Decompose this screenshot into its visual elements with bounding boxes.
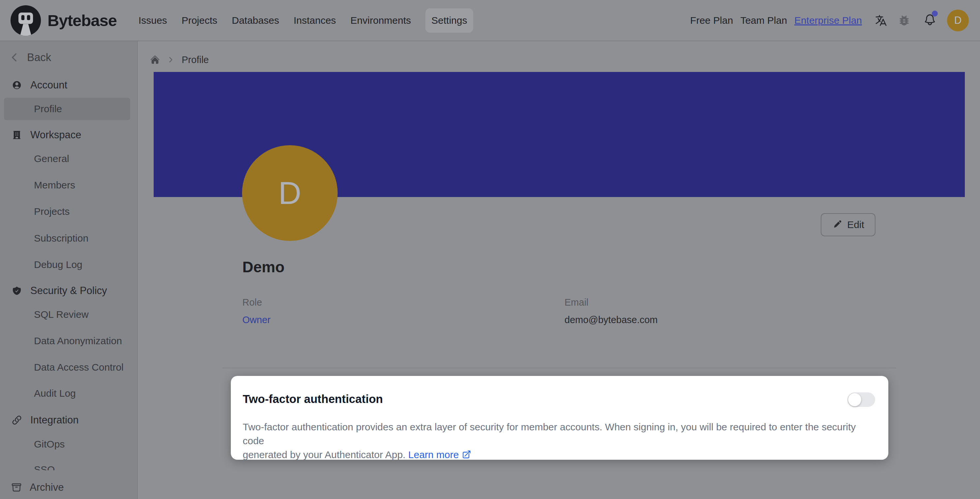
nav-tabs: Issues Projects Databases Instances Envi… [138, 8, 473, 33]
sidebar-item-label: Profile [34, 103, 62, 115]
email-value: demo@bytebase.com [565, 314, 658, 325]
sidebar-item-label: Data Anonymization [34, 335, 122, 346]
user-circle-icon [12, 80, 22, 90]
two-factor-toggle[interactable] [848, 392, 875, 407]
enterprise-plan-link[interactable]: Enterprise Plan [794, 15, 862, 26]
sidebar-item-members[interactable]: Members [0, 174, 137, 196]
user-avatar-menu[interactable]: D [947, 10, 969, 31]
sidebar-section-label: Workspace [30, 129, 81, 141]
sidebar-item-sso[interactable]: SSO [0, 458, 137, 470]
sidebar-item-profile[interactable]: Profile [4, 98, 130, 120]
chevron-right-icon [167, 56, 175, 63]
nav-right-cluster: Free Plan Team Plan Enterprise Plan D [690, 10, 969, 31]
sidebar-item-label: Members [34, 180, 75, 191]
sidebar-section-label: Security & Policy [30, 285, 107, 297]
two-factor-title: Two-factor authentication [243, 392, 383, 406]
bytebase-settings-screen: Bytebase Issues Projects Databases Insta… [0, 0, 980, 499]
sidebar-item-audit-log[interactable]: Audit Log [0, 382, 137, 405]
profile-name: Demo [242, 258, 285, 276]
sidebar-item-gitops[interactable]: GitOps [0, 433, 137, 456]
profile-field-role: Role Owner [242, 297, 270, 325]
sidebar-item-label: Audit Log [34, 388, 76, 399]
archive-icon [11, 482, 22, 493]
sidebar-section-label: Account [30, 79, 67, 91]
top-nav: Bytebase Issues Projects Databases Insta… [0, 0, 980, 41]
sidebar-section-label: Integration [30, 414, 79, 426]
field-label: Role [242, 297, 270, 308]
sidebar-item-label: GitOps [34, 438, 65, 450]
logo-wordmark: Bytebase [48, 11, 117, 30]
main-content: Profile D Edit Demo Role Owner Email dem… [138, 41, 980, 499]
link-icon [12, 415, 22, 425]
sidebar-section-workspace: Workspace [0, 124, 137, 146]
bug-icon[interactable] [897, 14, 911, 27]
nav-tab-issues[interactable]: Issues [138, 15, 167, 26]
sidebar-item-label: Subscription [34, 233, 88, 244]
profile-avatar-letter: D [278, 175, 301, 211]
external-link-icon[interactable] [462, 450, 471, 459]
team-plan-label: Team Plan [740, 15, 787, 26]
sidebar-item-general[interactable]: General [0, 148, 137, 170]
bytebase-logo-icon [10, 5, 41, 36]
sidebar-item-label: Debug Log [34, 259, 83, 270]
sidebar-item-data-anonymization[interactable]: Data Anonymization [0, 330, 137, 352]
toggle-knob [848, 393, 861, 406]
notification-badge-dot [932, 11, 938, 16]
sidebar-section-account: Account [0, 74, 137, 96]
free-plan-label: Free Plan [690, 15, 733, 26]
notifications-button[interactable] [921, 13, 937, 28]
role-owner-link[interactable]: Owner [242, 314, 270, 325]
sidebar-item-debug-log[interactable]: Debug Log [0, 253, 137, 276]
sidebar-nav: Account Profile Workspace General Member… [0, 41, 137, 470]
learn-more-link[interactable]: Learn more [408, 449, 459, 460]
two-factor-authentication-card: Two-factor authentication Two-factor aut… [231, 376, 888, 460]
language-icon[interactable] [875, 14, 888, 27]
nav-tab-projects[interactable]: Projects [182, 15, 217, 26]
sidebar-section-security-policy: Security & Policy [0, 279, 137, 302]
nav-tab-instances[interactable]: Instances [293, 15, 336, 26]
sidebar-item-subscription[interactable]: Subscription [0, 227, 137, 250]
description-line-2: generated by your Authenticator App. [243, 449, 406, 460]
building-icon [12, 130, 22, 140]
profile-avatar: D [242, 145, 338, 241]
sidebar-item-sql-review[interactable]: SQL Review [0, 303, 137, 326]
nav-tab-databases[interactable]: Databases [232, 15, 279, 26]
two-factor-description: Two-factor authentication provides an ex… [243, 420, 877, 462]
edit-profile-button[interactable]: Edit [821, 213, 875, 236]
breadcrumb-current-page: Profile [182, 54, 209, 65]
section-divider [222, 368, 896, 368]
shield-check-icon [12, 286, 22, 296]
sidebar-item-label: Projects [34, 206, 70, 217]
nav-tab-environments[interactable]: Environments [350, 15, 411, 26]
description-line-1: Two-factor authentication provides an ex… [243, 421, 856, 446]
sidebar-item-data-access-control[interactable]: Data Access Control [0, 356, 137, 379]
sidebar-item-label: Data Access Control [34, 362, 124, 373]
sidebar-item-projects[interactable]: Projects [0, 200, 137, 223]
nav-tab-settings[interactable]: Settings [425, 8, 473, 33]
pencil-icon [832, 220, 842, 230]
breadcrumb: Profile [150, 51, 209, 69]
sidebar-item-archive[interactable]: Archive [0, 476, 137, 499]
bytebase-logo[interactable]: Bytebase [10, 5, 117, 36]
edit-button-label: Edit [847, 219, 864, 230]
sidebar-section-integration: Integration [0, 409, 137, 431]
sidebar-item-label: SSO [34, 464, 55, 470]
sidebar-item-label: General [34, 153, 69, 164]
archive-label: Archive [30, 481, 64, 493]
home-icon[interactable] [150, 55, 160, 65]
settings-sidebar: Back Account Profile Workspace General M… [0, 41, 138, 499]
sidebar-item-label: SQL Review [34, 309, 89, 320]
profile-field-email: Email demo@bytebase.com [565, 297, 658, 325]
field-label: Email [565, 297, 658, 308]
